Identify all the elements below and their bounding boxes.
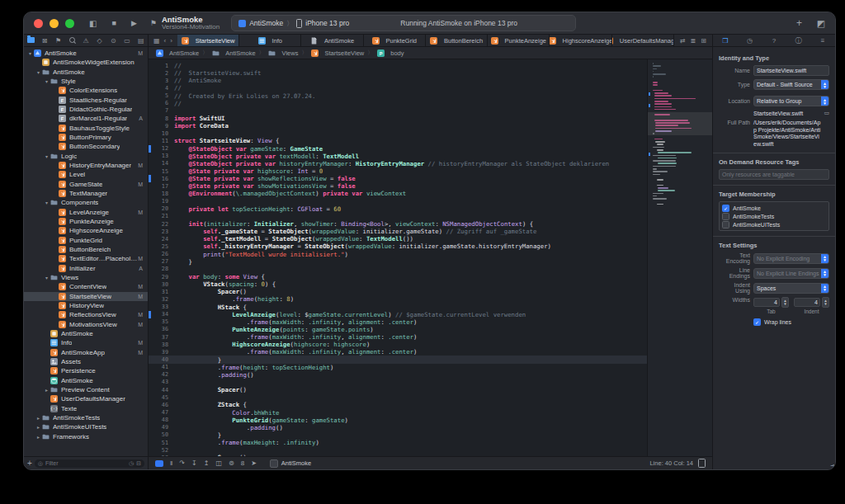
disclosure-icon[interactable]: ▾ bbox=[27, 50, 33, 56]
folder-picker-icon[interactable]: ▭ bbox=[824, 110, 829, 116]
navigator-item-antismoke[interactable]: ▾AntiSmokeM bbox=[24, 49, 148, 58]
code-line-3[interactable]: 3// AntiSmoke bbox=[149, 77, 712, 84]
code-line-42[interactable]: 42 .padding() bbox=[149, 371, 712, 379]
navigator-item-buttonprimary[interactable]: ButtonPrimary bbox=[24, 133, 148, 142]
filter-field[interactable]: ◎ Filter ◷ ⊟ bbox=[35, 459, 144, 468]
code-line-36[interactable]: 36 PunkteAnzeige(points: gameState.point… bbox=[149, 326, 712, 333]
debug-session[interactable]: AntiSmoke bbox=[270, 459, 311, 468]
environment-overrides-icon[interactable]: 8 bbox=[241, 459, 244, 467]
code-line-43[interactable]: 43 bbox=[149, 379, 712, 386]
code-line-10[interactable]: 10 bbox=[149, 130, 712, 137]
code-line-40[interactable]: 40 } bbox=[149, 356, 712, 363]
navigator-item-userdefaultsmanager[interactable]: UserDefaultsManager bbox=[24, 394, 148, 403]
pause-icon[interactable]: ‖ bbox=[170, 459, 172, 467]
tab-width-stepper[interactable]: 4▲▼ Tab bbox=[753, 297, 789, 314]
accessibility-inspector-icon[interactable]: ⓘ bbox=[786, 36, 811, 45]
code-line-51[interactable]: 51 .frame(maxHeight: .infinity) bbox=[149, 439, 712, 446]
navigator-item-persistence[interactable]: Persistence bbox=[24, 366, 148, 375]
project-navigator-icon[interactable] bbox=[24, 37, 38, 45]
encoding-select[interactable]: No Explicit Encoding▲▼ bbox=[753, 253, 829, 264]
code-line-27[interactable]: 27 } bbox=[149, 258, 712, 266]
breadcrumb-item-antismoke[interactable]: AntiSmoke bbox=[211, 49, 255, 57]
navigator-item-punktegrid[interactable]: PunkteGrid bbox=[24, 236, 148, 245]
code-line-29[interactable]: 29 var body: some View { bbox=[149, 273, 712, 280]
navigator-item-frameworks[interactable]: ▸Frameworks bbox=[24, 431, 148, 440]
target-checkbox[interactable]: ✓ bbox=[722, 205, 729, 212]
memory-graph-icon[interactable]: ⊚ bbox=[229, 459, 234, 467]
target-row-antismokeuitests[interactable]: AntiSmokeUITests bbox=[722, 220, 826, 228]
navigator-item-reflectionsview[interactable]: ReflectionsViewM bbox=[24, 310, 148, 319]
disclosure-icon[interactable]: ▾ bbox=[44, 200, 50, 205]
code-line-25[interactable]: 25 self._historyEntryManager = StateObje… bbox=[149, 243, 712, 250]
editor-options-icon[interactable]: ≣ bbox=[691, 37, 696, 45]
navigator-item-preview-content[interactable]: ▸Preview Content bbox=[24, 385, 148, 394]
debug-icon[interactable]: ⊙ bbox=[106, 37, 120, 45]
navigator-item-antismokeapp[interactable]: AntiSmokeAppM bbox=[24, 348, 148, 357]
navigator-item-assets[interactable]: Assets bbox=[24, 357, 148, 366]
navigator-item-buttonbereich[interactable]: ButtonBereich bbox=[24, 245, 148, 254]
back-icon[interactable]: ‹ bbox=[164, 37, 167, 45]
step-out-icon[interactable]: ↥ bbox=[204, 459, 210, 467]
step-over-icon[interactable]: ↷ bbox=[179, 459, 185, 467]
add-editor-icon[interactable]: ⊞ bbox=[701, 37, 706, 45]
tab-antismoke[interactable]: AntiSmoke bbox=[301, 35, 363, 46]
navigator-item-antismoke[interactable]: ▾AntiSmoke bbox=[24, 68, 148, 77]
step-into-icon[interactable]: ↧ bbox=[191, 459, 197, 467]
forward-icon[interactable]: › bbox=[170, 37, 172, 45]
code-line-8[interactable]: 8import SwiftUI bbox=[149, 115, 712, 122]
reports-icon[interactable]: ▤ bbox=[134, 37, 148, 45]
navigator-item-antismokewidgetextension[interactable]: AntiSmokeWidgetExtension bbox=[24, 58, 148, 67]
tab-punkteanzeige[interactable]: PunkteAnzeige bbox=[488, 35, 550, 46]
navigator-item-motivationsview[interactable]: MotivationsViewM bbox=[24, 320, 148, 329]
disclosure-icon[interactable]: ▸ bbox=[35, 424, 41, 430]
code-line-1[interactable]: 1// bbox=[149, 62, 712, 69]
breadcrumb-item-views[interactable]: Views bbox=[268, 49, 299, 57]
wrap-lines-checkbox[interactable]: ✓ Wrap lines bbox=[753, 318, 829, 326]
code-line-11[interactable]: 11struct StartseiteView: View { bbox=[149, 137, 712, 144]
issues-icon[interactable]: ⚠ bbox=[79, 37, 93, 45]
code-line-33[interactable]: 33 HStack { bbox=[149, 304, 712, 311]
zoom-window-button[interactable] bbox=[65, 19, 74, 28]
code-line-34[interactable]: 34 LevelAnzeige(level: $gameState.curren… bbox=[149, 311, 712, 318]
code-line-52[interactable]: 52 bbox=[149, 446, 712, 454]
code-review-icon[interactable]: ⇄ bbox=[680, 37, 686, 45]
indent-width-stepper[interactable]: 4▲▼ Indent bbox=[794, 297, 829, 314]
navigator-item-punkteanzeige[interactable]: PunkteAnzeige bbox=[24, 217, 148, 226]
tab-buttonbereich[interactable]: ButtonBereich bbox=[426, 35, 488, 46]
tests-icon[interactable]: ◇ bbox=[92, 37, 106, 45]
code-line-23[interactable]: 23 self._gameState = StateObject(wrapped… bbox=[149, 228, 712, 235]
new-tab-button[interactable]: + bbox=[796, 17, 802, 29]
disclosure-icon[interactable]: ▸ bbox=[35, 415, 41, 421]
name-field[interactable]: StartseiteView.swift bbox=[753, 65, 829, 76]
minimap-viewport[interactable] bbox=[648, 112, 712, 135]
navigator-item-texte[interactable]: {·}Texte bbox=[24, 403, 148, 412]
find-icon[interactable] bbox=[65, 37, 79, 45]
history-inspector-icon[interactable]: ◷ bbox=[738, 37, 762, 45]
code-line-15[interactable]: 15 @State private var highscore: Int = 0 bbox=[149, 167, 712, 175]
related-items-icon[interactable]: ▦ bbox=[153, 37, 160, 45]
navigator-item-startseiteview[interactable]: StartseiteViewM bbox=[24, 292, 148, 301]
navigator-item-historyview[interactable]: HistoryView bbox=[24, 301, 148, 310]
disclosure-icon[interactable]: ▾ bbox=[35, 69, 41, 75]
navigator-item-highscoreanzeige[interactable]: HighscoreAnzeige bbox=[24, 226, 148, 235]
target-checkbox[interactable] bbox=[722, 213, 729, 220]
navigator-item-didactgothic-regular[interactable]: FDidactGothic-Regular bbox=[24, 105, 148, 114]
code-line-13[interactable]: 13 @StateObject private var textModell: … bbox=[149, 153, 712, 160]
scm-filter-icon[interactable]: ⊟ bbox=[136, 460, 141, 467]
code-line-28[interactable]: 28 bbox=[149, 266, 712, 273]
code-line-37[interactable]: 37 .frame(maxWidth: .infinity, alignment… bbox=[149, 333, 712, 341]
navigator-item-staatliches-regular[interactable]: FStaatliches-Regular bbox=[24, 96, 148, 105]
close-window-button[interactable] bbox=[34, 19, 43, 28]
run-button[interactable]: ▶ bbox=[131, 19, 137, 27]
breadcrumb-item-startseiteview[interactable]: StartseiteView bbox=[310, 49, 364, 57]
target-checkbox[interactable] bbox=[722, 221, 729, 228]
navigator-item-contentview[interactable]: ContentViewM bbox=[24, 282, 148, 291]
tab-userdefaultsmanager[interactable]: UserDefaultsManager bbox=[612, 35, 674, 46]
minimap[interactable] bbox=[647, 59, 712, 456]
navigator-item-dkrmarcel1-regular[interactable]: FdkrMarcel1-RegularA bbox=[24, 114, 148, 123]
navigator-item-antismoketests[interactable]: ▸AntiSmokeTests bbox=[24, 413, 148, 422]
view-debugger-icon[interactable]: ◫ bbox=[215, 459, 222, 467]
navigator-item-style[interactable]: ▾Style bbox=[24, 77, 148, 86]
toggle-navigator-icon[interactable]: ◧ bbox=[89, 19, 97, 28]
code-line-12[interactable]: 12 @StateObject var gameState: GameState bbox=[149, 145, 712, 153]
